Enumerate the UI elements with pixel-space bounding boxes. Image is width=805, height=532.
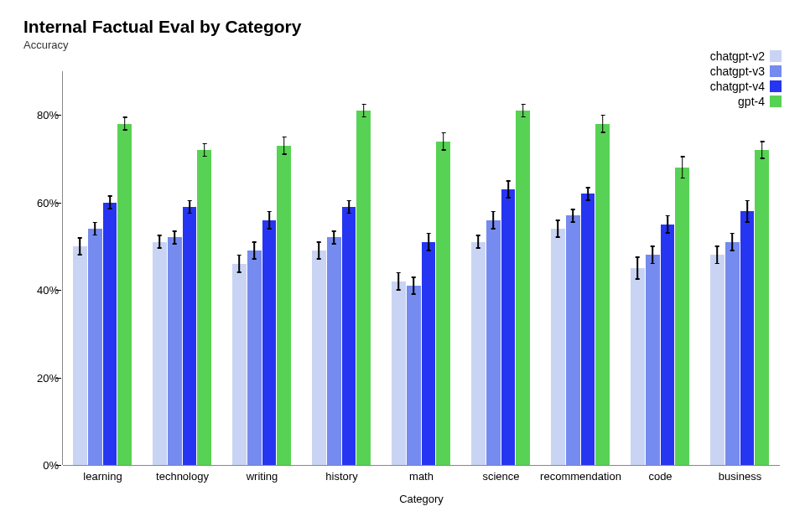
- bar: [197, 150, 211, 465]
- chart-title: Internal Factual Eval by Category: [23, 17, 788, 37]
- error-bar: [268, 211, 270, 229]
- bar: [631, 268, 645, 465]
- error-bar: [443, 132, 444, 150]
- error-bar: [636, 257, 638, 279]
- bar-group: writing: [222, 71, 302, 465]
- x-tick-label: math: [409, 470, 434, 483]
- bar: [725, 242, 740, 465]
- error-bar: [522, 104, 524, 117]
- bar: [103, 203, 117, 465]
- bar-group: business: [700, 71, 780, 465]
- bar: [168, 237, 182, 465]
- x-tick-label: history: [325, 470, 357, 483]
- bar: [183, 207, 197, 465]
- bar: [277, 146, 291, 465]
- chart-container: Internal Factual Eval by Category Accura…: [0, 0, 805, 532]
- error-bar: [283, 137, 285, 154]
- bar: [646, 255, 660, 465]
- error-bar: [652, 246, 653, 264]
- bar: [516, 111, 530, 465]
- x-tick-label: science: [482, 470, 519, 483]
- bar: [392, 281, 406, 465]
- error-bar: [413, 276, 414, 294]
- error-bar: [79, 237, 80, 255]
- error-bar: [716, 246, 718, 264]
- bar: [675, 168, 689, 465]
- bar: [422, 242, 436, 465]
- bar: [595, 124, 610, 465]
- bar: [661, 225, 675, 465]
- x-tick-label: recommendation: [540, 470, 621, 483]
- bar: [740, 211, 755, 465]
- error-bar: [492, 211, 494, 229]
- error-bar: [333, 231, 335, 245]
- plot-inner: 0%20%40%60%80%learningtechnologywritingh…: [63, 71, 780, 465]
- x-tick-label: code: [648, 470, 672, 483]
- error-bar: [238, 255, 240, 272]
- x-axis-line: [63, 465, 780, 466]
- y-tick-mark: [56, 290, 61, 291]
- y-tick-mark: [56, 203, 61, 204]
- error-bar: [667, 215, 668, 233]
- bar: [581, 194, 595, 465]
- bar: [755, 150, 769, 465]
- error-bar: [428, 233, 429, 251]
- bar: [88, 229, 102, 465]
- error-bar: [477, 235, 479, 249]
- y-tick-label: 40%: [17, 284, 59, 297]
- bar-group: recommendation: [541, 71, 621, 465]
- error-bar: [557, 220, 558, 238]
- bar: [471, 242, 486, 465]
- error-bar: [363, 104, 365, 117]
- error-bar: [731, 233, 733, 251]
- bar: [356, 111, 371, 465]
- error-bar: [189, 200, 190, 214]
- legend-label: chatgpt-v2: [710, 49, 765, 63]
- bar: [73, 246, 87, 465]
- y-tick-mark: [56, 465, 61, 466]
- bar: [153, 242, 167, 465]
- bar: [501, 189, 516, 465]
- error-bar: [761, 142, 763, 159]
- bar: [551, 229, 565, 465]
- error-bar: [602, 115, 604, 132]
- error-bar: [572, 209, 574, 223]
- error-bar: [348, 200, 350, 214]
- x-tick-label: technology: [156, 470, 209, 483]
- bar-group: learning: [63, 71, 143, 465]
- chart-subtitle: Accuracy: [23, 39, 788, 51]
- legend-item: chatgpt-v2: [710, 49, 782, 64]
- x-tick-label: writing: [247, 470, 278, 483]
- bar: [232, 264, 247, 465]
- error-bar: [507, 181, 509, 199]
- bar: [262, 220, 277, 465]
- error-bar: [318, 242, 319, 260]
- y-tick-mark: [56, 115, 61, 116]
- error-bar: [682, 157, 683, 178]
- bar: [247, 251, 262, 465]
- x-tick-label: learning: [83, 470, 122, 483]
- y-tick-label: 20%: [17, 371, 59, 384]
- error-bar: [253, 242, 255, 260]
- bar-group: math: [382, 71, 461, 465]
- error-bar: [94, 222, 96, 235]
- bar: [436, 142, 450, 465]
- bar-group: code: [621, 71, 700, 465]
- error-bar: [174, 231, 175, 245]
- error-bar: [204, 143, 205, 157]
- bar: [117, 124, 132, 465]
- bar: [312, 251, 326, 465]
- y-tick-label: 0%: [17, 459, 59, 472]
- y-tick-label: 80%: [17, 109, 59, 121]
- bar: [342, 207, 356, 465]
- error-bar: [158, 235, 160, 249]
- bar-group: history: [302, 71, 382, 465]
- x-axis-title: Category: [399, 493, 444, 505]
- error-bar: [109, 196, 111, 209]
- bar: [407, 286, 421, 465]
- bar: [486, 220, 501, 465]
- y-tick-mark: [56, 378, 61, 379]
- plot-area: 0%20%40%60%80%learningtechnologywritingh…: [63, 71, 780, 465]
- x-tick-label: business: [719, 470, 761, 483]
- error-bar: [397, 272, 399, 290]
